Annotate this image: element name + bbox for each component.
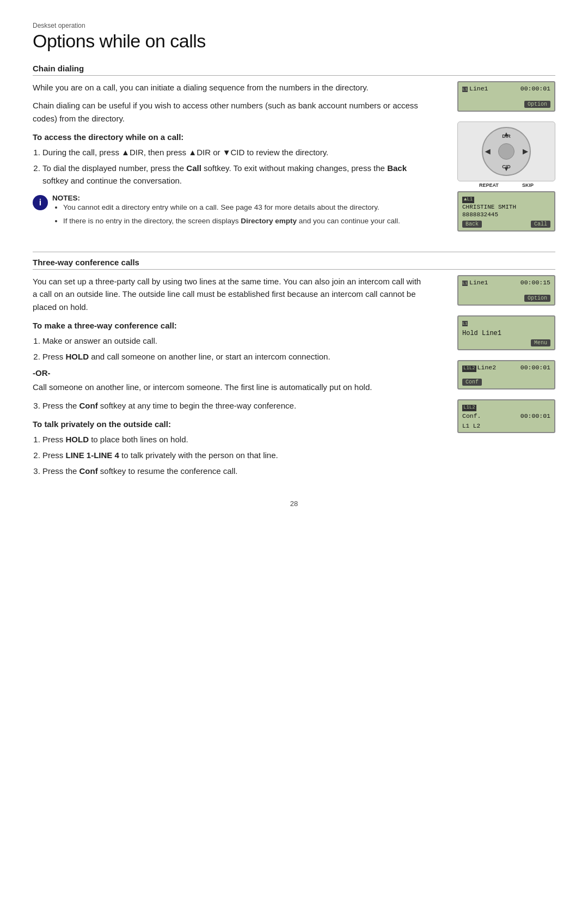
private-step-3: Press the Conf softkey to resume the con… [42, 465, 425, 477]
deskset-label: Deskset operation [33, 22, 555, 29]
lcd-hold-label: Hold Line1 [462, 330, 550, 337]
step-1: During the call, press ▲DIR, then press … [42, 146, 425, 159]
chain-dialing-section: Chain dialing While you are on a call, y… [33, 64, 555, 240]
lcd-time-4: 00:00:15 [520, 279, 550, 287]
access-directory-heading: To access the directory while on a call: [33, 132, 425, 142]
three-way-step-3: Press the Conf softkey at any time to be… [42, 399, 425, 412]
page-title: Options while on calls [33, 31, 555, 52]
notes-block: i NOTES: You cannot edit a directory ent… [33, 194, 425, 233]
l1-arrow-badge: ▲L1 [462, 197, 474, 203]
screen-line1-option: L1Line1 00:00:01 Option [457, 81, 555, 112]
private-talk-steps: Press HOLD to place both lines on hold. … [42, 433, 425, 478]
screen-christine-smith: ▲L1 CHRISTINE SMITH 8888832445 Back Call [457, 191, 555, 232]
step-2: To dial the displayed number, press the … [42, 162, 425, 187]
l1l2-badge-7: L1L2 [462, 405, 476, 411]
lcd-l1l2-label: L1 L2 [462, 423, 550, 429]
screen-line1-15: L1Line1 00:00:15 Option [457, 275, 555, 306]
screen-conf-l1l2: L1L2 Conf. 00:00:01 L1 L2 [457, 399, 555, 433]
conf-softkey[interactable]: Conf [462, 379, 482, 386]
three-way-section: Three-way conference calls You can set u… [33, 252, 555, 483]
three-way-heading: Three-way conference calls [33, 258, 555, 270]
three-way-step-1: Make or answer an outside call. [42, 334, 425, 347]
chain-dialing-heading: Chain dialing [33, 64, 555, 76]
or-text: Call someone on another line, or interco… [33, 381, 425, 393]
nav-pad[interactable]: ▲ ▼ ◀ ▶ DIR CID [482, 127, 531, 176]
option-softkey-4[interactable]: Option [524, 295, 550, 302]
page-number: 28 [33, 500, 555, 508]
section-divider [33, 252, 555, 252]
private-step-2: Press LINE 1-LINE 4 to talk privately wi… [42, 449, 425, 461]
call-softkey[interactable]: Call [531, 221, 550, 228]
lcd-conf-label: Conf. [462, 412, 481, 421]
screen-line2-conf: L1L2Line2 00:00:01 Conf [457, 360, 555, 389]
or-label: -OR- [33, 368, 425, 378]
note-item-1: You cannot edit a directory entry while … [63, 202, 400, 213]
back-softkey[interactable]: Back [462, 221, 482, 228]
chain-dialing-text: While you are on a call, you can initiat… [33, 81, 436, 240]
lcd-line-label: Line1 [469, 85, 488, 92]
three-way-screens: L1Line1 00:00:15 Option L1 Hold Line1 Me… [436, 275, 555, 433]
option-softkey[interactable]: Option [524, 101, 550, 108]
chain-dialing-para2: Chain dialing can be useful if you wish … [33, 99, 425, 125]
notes-list: You cannot edit a directory entry while … [63, 202, 400, 227]
three-way-steps: Make or answer an outside call. Press HO… [42, 334, 425, 363]
lcd-line1-label: Line1 [469, 279, 488, 286]
lcd-time: 00:00:01 [520, 85, 550, 93]
l1l2-badge-6: L1L2 [462, 366, 476, 372]
lcd-contact-number: 8888832445 [462, 211, 550, 218]
skip-label: SKIP [522, 182, 534, 188]
screen-hold-line1: L1 Hold Line1 Menu [457, 315, 555, 350]
info-icon: i [33, 195, 48, 210]
screens-column: L1Line1 00:00:01 Option ▲ ▼ ◀ [436, 81, 555, 232]
three-way-para: You can set up a three-party call by usi… [33, 275, 425, 313]
nav-right-arrow: ▶ [523, 148, 528, 155]
lcd-contact-name: CHRISTINE SMITH [462, 203, 550, 211]
repeat-label: REPEAT [479, 182, 499, 188]
nav-left-arrow: ◀ [485, 148, 490, 155]
l1-badge-4: L1 [462, 281, 468, 286]
nav-center[interactable] [498, 143, 514, 160]
cid-label: CID [502, 164, 511, 169]
nav-pad-container: ▲ ▼ ◀ ▶ DIR CID REPEAT SKIP [457, 121, 555, 181]
make-three-way-heading: To make a three-way conference call: [33, 321, 425, 330]
l1-badge-5: L1 [462, 321, 468, 326]
three-way-steps-cont: Press the Conf softkey at any time to be… [42, 399, 425, 412]
private-step-1: Press HOLD to place both lines on hold. [42, 433, 425, 446]
notes-content: NOTES: You cannot edit a directory entry… [52, 194, 400, 233]
dir-label: DIR [502, 133, 511, 139]
three-way-text: You can set up a three-party call by usi… [33, 275, 436, 483]
chain-dialing-para1: While you are on a call, you can initiat… [33, 81, 425, 94]
lcd-conf-time: 00:00:01 [520, 412, 550, 421]
three-way-step-2: Press HOLD and call someone on another l… [42, 350, 425, 363]
menu-softkey[interactable]: Menu [531, 339, 550, 346]
l1-badge: L1 [462, 87, 468, 92]
talk-privately-heading: To talk privately on the outside call: [33, 419, 425, 429]
access-directory-steps: During the call, press ▲DIR, then press … [42, 146, 425, 187]
note-item-2: If there is no entry in the directory, t… [63, 216, 400, 227]
